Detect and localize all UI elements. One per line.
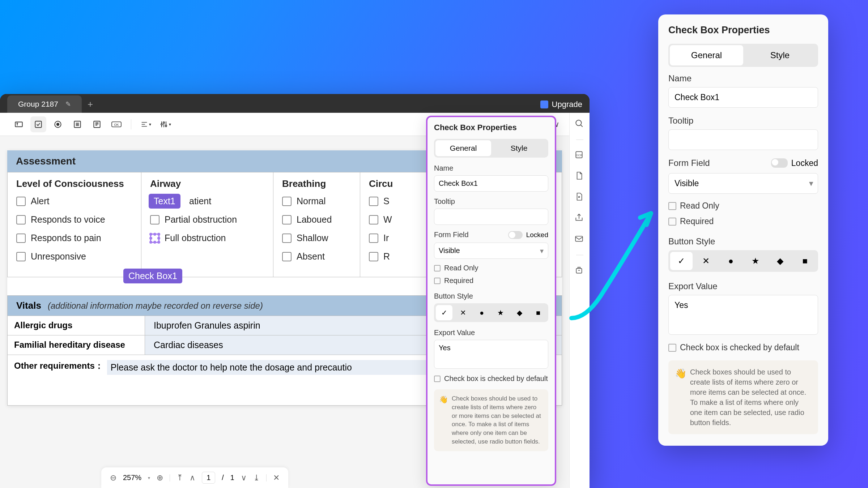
panel-title: Check Box Properties [668,25,818,36]
tab-style[interactable]: Style [491,140,547,156]
prev-page-icon[interactable]: ∧ [190,473,195,483]
style-square-icon[interactable]: ■ [794,252,816,270]
text1-tag[interactable]: Text1 [149,194,180,209]
visibility-select[interactable]: Visible [434,243,548,259]
style-cross-icon[interactable]: ✕ [455,305,471,320]
checkbox[interactable] [369,215,378,224]
checkbox[interactable] [282,234,292,243]
style-diamond-icon[interactable]: ◆ [511,305,528,320]
mail-icon[interactable] [574,234,585,245]
first-page-icon[interactable]: ⤒ [176,473,183,483]
settings-tool-icon[interactable]: ▾ [157,116,173,132]
properties-panel-small: Check Box Properties General Style Name … [426,116,556,486]
tooltip-label: Tooltip [434,197,548,206]
checkbox[interactable] [369,252,378,261]
pencil-icon[interactable]: ✎ [65,100,71,108]
checkbox-selected[interactable] [150,234,159,243]
readonly-label: Read Only [444,264,478,272]
checkbox[interactable] [16,215,26,224]
document-icon[interactable] [574,171,585,182]
upgrade-icon [540,100,548,108]
other-label: Other requirements： [14,360,103,372]
checkbox-row: Unresponsive [16,251,132,262]
visibility-select[interactable]: Visible [668,173,818,194]
locked-toggle[interactable] [508,231,523,239]
right-sidebar: OCR [569,113,590,488]
checkbox[interactable] [16,197,26,206]
style-star-icon[interactable]: ★ [492,305,509,320]
document-tab[interactable]: Group 2187 ✎ [7,95,82,113]
tab-style[interactable]: Style [743,45,817,65]
style-check-icon[interactable]: ✓ [436,305,452,320]
checkbox-row: Laboued [282,214,351,225]
add-tab-button[interactable]: + [82,96,99,113]
page-total: 1 [230,474,234,482]
text-field-tool-icon[interactable] [11,116,27,132]
ocr-icon[interactable]: OCR [574,150,585,161]
readonly-checkbox[interactable] [434,265,441,271]
tab-general[interactable]: General [435,140,491,156]
export-label: Export Value [668,281,818,291]
style-square-icon[interactable]: ■ [530,305,546,320]
zoom-out-icon[interactable]: ⊖ [110,473,116,483]
button-style-row: ✓ ✕ ● ★ ◆ ■ [434,303,548,322]
chevron-down-icon[interactable]: ▾ [148,475,150,480]
style-cross-icon[interactable]: ✕ [695,252,717,270]
name-label: Name [434,164,548,172]
locked-label: Locked [791,158,818,168]
share-icon[interactable] [574,213,585,224]
checkbox-tool-icon[interactable] [30,116,46,132]
checkbox[interactable] [282,215,292,224]
divider [131,119,131,129]
svg-point-9 [163,122,165,123]
checkbox[interactable] [282,252,292,261]
tooltip-input[interactable] [668,129,818,150]
readonly-checkbox[interactable] [668,202,676,210]
checkbox[interactable] [150,215,159,224]
checkbox[interactable] [282,197,292,206]
upgrade-button[interactable]: Upgrade [540,100,582,109]
required-checkbox[interactable] [668,218,676,226]
export-value: Yes [439,344,451,352]
checkbox[interactable] [369,197,378,206]
list-tool-icon[interactable] [69,116,85,132]
search-icon[interactable] [574,119,585,129]
align-tool-icon[interactable]: ▾ [138,116,154,132]
tab-general[interactable]: General [670,45,743,65]
cb-label: Shallow [297,233,328,243]
zoom-in-icon[interactable]: ⊕ [157,473,163,483]
col-airway: Airway Text1 atient Partial obstruction [141,172,273,277]
divider [266,474,267,481]
last-page-icon[interactable]: ⤓ [253,473,260,483]
locked-toggle[interactable] [771,158,788,168]
style-circle-icon[interactable]: ● [720,252,742,270]
style-circle-icon[interactable]: ● [473,305,490,320]
checkbox-row: Partial obstruction [150,214,264,225]
name-input[interactable] [668,87,818,108]
next-page-icon[interactable]: ∨ [241,473,247,483]
button-tool-icon[interactable]: OK [109,116,124,132]
default-checked-checkbox[interactable] [668,344,676,352]
checkbox[interactable] [16,252,26,261]
tooltip-input[interactable] [434,209,548,225]
divider [170,474,170,481]
style-diamond-icon[interactable]: ◆ [769,252,791,270]
close-icon[interactable]: ✕ [273,473,280,483]
page-current[interactable]: 1 [202,472,215,484]
checkbox[interactable] [369,234,378,243]
required-label: Required [444,277,473,285]
style-star-icon[interactable]: ★ [744,252,767,270]
archive-icon[interactable] [574,265,585,276]
checkbox1-tag[interactable]: Check Box1 [123,269,182,283]
col-title: Breathing [282,178,351,189]
export-textarea[interactable]: Yes [668,295,818,335]
dropdown-tool-icon[interactable] [89,116,105,132]
checkbox[interactable] [16,234,26,243]
export-textarea[interactable]: Yes [434,340,548,369]
name-input[interactable] [434,175,548,192]
convert-icon[interactable] [574,192,585,203]
required-checkbox[interactable] [434,278,441,284]
radio-tool-icon[interactable] [50,116,66,132]
default-checked-checkbox[interactable] [434,376,441,382]
style-check-icon[interactable]: ✓ [670,252,693,270]
